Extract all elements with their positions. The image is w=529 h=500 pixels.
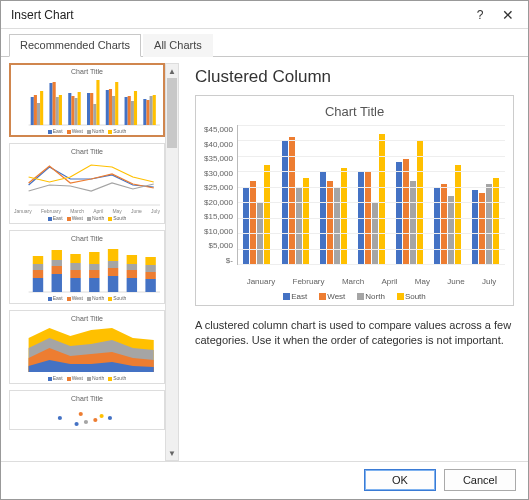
tab-strip: Recommended Charts All Charts xyxy=(1,29,528,57)
thumb-stacked-column[interactable]: Chart Title xyxy=(9,230,165,304)
svg-rect-26 xyxy=(146,100,149,125)
svg-rect-11 xyxy=(74,98,77,125)
svg-rect-16 xyxy=(96,80,99,125)
svg-point-69 xyxy=(108,416,112,420)
svg-rect-42 xyxy=(70,254,80,263)
thumb-title: Chart Title xyxy=(14,148,160,155)
svg-point-65 xyxy=(84,420,88,424)
svg-rect-54 xyxy=(127,255,137,264)
chart-preview[interactable]: Chart Title $45,000$40,000$35,000$30,000… xyxy=(195,95,514,306)
thumb-title: Chart Title xyxy=(14,68,160,75)
thumbnail-scrollbar[interactable]: ▲ ▼ xyxy=(165,63,179,461)
thumb-chart xyxy=(14,157,160,207)
thumb-chart xyxy=(14,244,160,294)
thumb-scatter-chart[interactable]: Chart Title xyxy=(9,390,165,430)
x-axis: JanuaryFebruaryMarchAprilMayJuneJuly xyxy=(238,277,505,286)
chart-area: $45,000$40,000$35,000$30,000$25,000$20,0… xyxy=(204,125,505,275)
thumb-title: Chart Title xyxy=(14,395,160,402)
svg-rect-22 xyxy=(128,96,131,125)
svg-rect-36 xyxy=(52,266,62,274)
svg-rect-45 xyxy=(89,264,99,270)
thumb-legend: East West North South xyxy=(14,128,160,134)
svg-point-63 xyxy=(58,416,62,420)
scroll-down-button[interactable]: ▼ xyxy=(166,446,178,460)
tab-recommended-charts[interactable]: Recommended Charts xyxy=(9,34,141,57)
svg-point-64 xyxy=(79,412,83,416)
svg-rect-37 xyxy=(52,260,62,266)
ok-button[interactable]: OK xyxy=(364,469,436,491)
svg-rect-4 xyxy=(40,91,43,125)
thumb-legend: East West North South xyxy=(14,295,160,301)
svg-rect-44 xyxy=(89,270,99,278)
scroll-track[interactable] xyxy=(166,78,178,446)
tab-all-charts[interactable]: All Charts xyxy=(143,34,213,57)
thumb-chart xyxy=(14,404,160,430)
thumb-title: Chart Title xyxy=(14,235,160,242)
svg-rect-55 xyxy=(145,279,155,292)
chart-preview-title: Chart Title xyxy=(204,104,505,119)
svg-rect-48 xyxy=(108,268,118,276)
svg-rect-46 xyxy=(89,252,99,264)
svg-rect-57 xyxy=(145,265,155,272)
thumb-clustered-column[interactable]: Chart Title xyxy=(9,63,165,137)
svg-rect-27 xyxy=(150,96,153,125)
svg-rect-17 xyxy=(106,90,109,125)
thumb-cats: JanuaryFebruaryMarchAprilMayJuneJuly xyxy=(14,208,160,214)
thumb-title: Chart Title xyxy=(14,315,160,322)
svg-rect-23 xyxy=(131,101,134,125)
scroll-up-button[interactable]: ▲ xyxy=(166,64,178,78)
svg-rect-6 xyxy=(53,82,56,125)
svg-rect-18 xyxy=(109,89,112,125)
svg-rect-13 xyxy=(87,93,90,125)
svg-rect-43 xyxy=(89,278,99,292)
svg-rect-10 xyxy=(71,96,74,125)
svg-rect-7 xyxy=(56,97,59,125)
svg-rect-12 xyxy=(78,92,81,125)
thumb-chart xyxy=(14,77,160,127)
svg-rect-19 xyxy=(112,96,115,125)
dialog-footer: OK Cancel xyxy=(1,461,528,497)
svg-rect-21 xyxy=(125,97,128,125)
close-button[interactable]: ✕ xyxy=(494,3,522,27)
plot-area xyxy=(237,125,505,265)
svg-rect-40 xyxy=(70,270,80,278)
svg-rect-14 xyxy=(90,93,93,125)
thumb-legend: East West North South xyxy=(14,215,160,221)
svg-rect-24 xyxy=(134,91,137,125)
svg-rect-20 xyxy=(115,82,118,125)
thumb-stacked-area[interactable]: Chart Title East West North xyxy=(9,310,165,384)
svg-rect-51 xyxy=(127,278,137,292)
svg-rect-1 xyxy=(31,97,34,125)
svg-rect-5 xyxy=(49,83,52,125)
chart-type-heading: Clustered Column xyxy=(195,67,514,87)
svg-rect-32 xyxy=(33,270,43,278)
titlebar: Insert Chart ? ✕ xyxy=(1,1,528,29)
svg-rect-33 xyxy=(33,264,43,270)
svg-rect-52 xyxy=(127,270,137,278)
thumb-line-chart[interactable]: Chart Title JanuaryFebruaryMarchAprilMay xyxy=(9,143,165,224)
svg-point-66 xyxy=(100,414,104,418)
y-axis: $45,000$40,000$35,000$30,000$25,000$20,0… xyxy=(204,125,237,265)
scroll-thumb[interactable] xyxy=(167,78,177,148)
window-title: Insert Chart xyxy=(11,8,466,22)
svg-rect-25 xyxy=(143,99,146,125)
thumb-chart xyxy=(14,324,160,374)
svg-rect-15 xyxy=(93,104,96,125)
svg-rect-8 xyxy=(59,95,62,125)
svg-rect-39 xyxy=(70,278,80,292)
cancel-button[interactable]: Cancel xyxy=(444,469,516,491)
svg-rect-35 xyxy=(52,274,62,292)
chart-thumbnails-sidebar: Chart Title xyxy=(1,63,179,461)
svg-point-68 xyxy=(93,418,97,422)
svg-rect-28 xyxy=(153,95,156,125)
thumbnail-list: Chart Title xyxy=(9,63,165,461)
svg-rect-49 xyxy=(108,261,118,268)
svg-rect-58 xyxy=(145,257,155,265)
svg-rect-41 xyxy=(70,263,80,270)
chart-description: A clustered column chart is used to comp… xyxy=(195,318,514,348)
help-button[interactable]: ? xyxy=(466,4,494,26)
svg-rect-47 xyxy=(108,276,118,292)
svg-rect-53 xyxy=(127,264,137,270)
svg-rect-3 xyxy=(37,103,40,125)
svg-rect-34 xyxy=(33,256,43,264)
